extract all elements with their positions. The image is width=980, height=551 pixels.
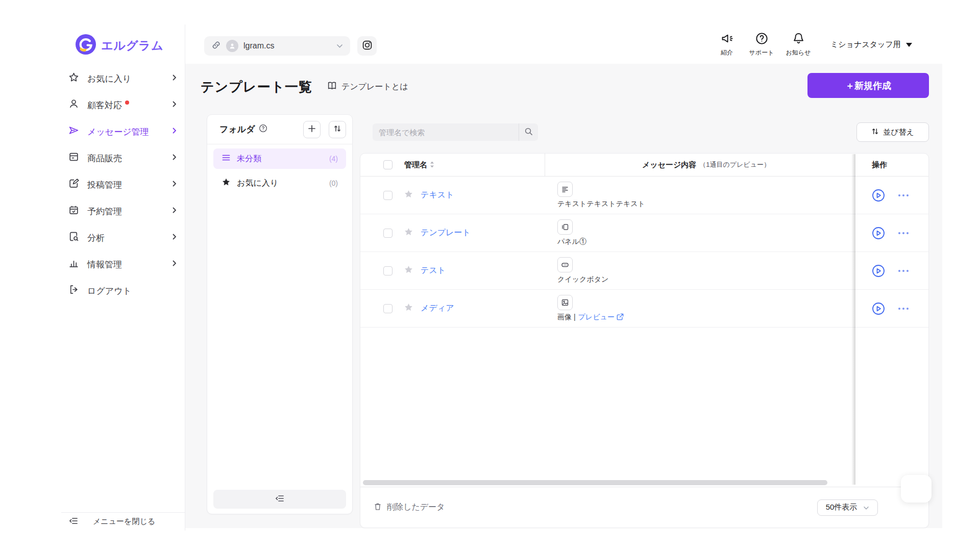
folder-sort-button[interactable] <box>329 121 346 138</box>
sidebar-item-label: 顧客対応 <box>87 99 122 111</box>
row-more-menu-button[interactable] <box>898 194 909 196</box>
quick-button-message-icon <box>557 257 573 272</box>
favorite-star-icon[interactable] <box>404 265 413 277</box>
star-filled-icon <box>222 178 231 189</box>
folder-item-uncategorized[interactable]: 未分類 (4) <box>213 148 346 169</box>
account-type-dropdown[interactable]: ミショナスタッフ用 <box>830 40 912 49</box>
message-preview: 画像 | <box>557 313 576 322</box>
table-footer: 削除したデータ 50件表示 <box>360 487 928 528</box>
sidebar-item-reservation-management[interactable]: 予約管理 <box>61 198 185 224</box>
logout-icon <box>68 284 79 297</box>
sidebar-item-label: お気に入り <box>87 73 131 85</box>
deleted-data-link[interactable]: 削除したデータ <box>373 502 445 513</box>
message-preview: パネル① <box>557 237 586 246</box>
row-more-menu-button[interactable] <box>898 308 909 310</box>
book-icon <box>327 81 337 93</box>
row-checkbox[interactable] <box>383 229 393 238</box>
template-help-link[interactable]: テンプレートとは <box>327 81 408 93</box>
row-checkbox[interactable] <box>383 191 393 200</box>
row-more-menu-button[interactable] <box>898 270 909 272</box>
support-label: サポート <box>745 48 778 57</box>
template-name-link[interactable]: テスト <box>421 265 446 276</box>
search-input[interactable] <box>373 123 519 141</box>
folder-item-label: お気に入り <box>237 178 278 189</box>
column-message-note: （1通目のプレビュー） <box>699 160 770 169</box>
favorite-star-icon[interactable] <box>404 303 413 314</box>
play-preview-button[interactable] <box>872 227 885 240</box>
select-all-checkbox[interactable] <box>383 160 393 169</box>
template-name-link[interactable]: テンプレート <box>421 228 471 238</box>
sidebar-item-label: ログアウト <box>87 285 132 297</box>
favorite-star-icon[interactable] <box>404 189 413 201</box>
preview-link[interactable]: プレビュー <box>578 313 624 322</box>
column-name-sort[interactable]: 管理名 <box>404 160 434 170</box>
sidebar-item-product-sales[interactable]: 商品販売 <box>61 145 185 171</box>
column-name-label: 管理名 <box>404 160 427 170</box>
sidebar-item-message-management[interactable]: メッセージ管理 <box>61 118 185 145</box>
folder-item-favorites[interactable]: お気に入り (0) <box>213 173 346 193</box>
page-head: テンプレート一覧 テンプレートとは <box>201 78 408 96</box>
plus-icon <box>308 124 316 134</box>
play-preview-button[interactable] <box>872 189 885 202</box>
table-header-row: 管理名 メッセージ内容 （1通目のプレビュー） 操作 <box>360 154 928 177</box>
sidebar-item-label: 商品販売 <box>87 153 122 164</box>
message-preview: テキストテキストテキスト <box>557 199 645 209</box>
sidebar-item-customer-support[interactable]: 顧客対応 <box>61 92 185 118</box>
sidebar-item-post-management[interactable]: 投稿管理 <box>61 171 185 198</box>
sidebar: エルグラム お気に入り 顧客対応 メッセージ管理 商品販売 投稿管理 <box>61 24 185 531</box>
sidebar-item-label: 予約管理 <box>87 206 122 217</box>
trash-icon <box>373 502 382 513</box>
help-circle-icon[interactable] <box>259 124 267 135</box>
sidebar-item-analytics[interactable]: 分析 <box>61 224 185 251</box>
up-down-arrows-icon <box>871 128 879 137</box>
star-icon <box>68 72 79 85</box>
favorite-star-icon[interactable] <box>404 227 413 239</box>
row-more-menu-button[interactable] <box>898 232 909 234</box>
instagram-button[interactable] <box>357 36 377 56</box>
sidebar-item-label: メッセージ管理 <box>87 126 149 138</box>
sidebar-item-logout[interactable]: ログアウト <box>61 278 185 304</box>
chevron-right-icon <box>172 73 177 84</box>
intro-label: 紹介 <box>710 48 743 57</box>
table-sort-button[interactable]: 並び替え <box>856 122 929 142</box>
template-name-link[interactable]: メディア <box>421 303 454 314</box>
sidebar-item-favorites[interactable]: お気に入り <box>61 65 185 92</box>
template-name-link[interactable]: テキスト <box>421 190 454 201</box>
search-box <box>373 123 538 141</box>
folder-item-count: (4) <box>329 155 338 163</box>
play-preview-button[interactable] <box>872 264 885 278</box>
close-menu-button[interactable]: メニューを閉じる <box>61 512 185 531</box>
edit-icon <box>68 178 79 191</box>
table-row: テキスト テキストテキストテキスト <box>360 177 928 214</box>
support-link[interactable]: サポート <box>745 32 778 57</box>
chevron-right-icon <box>172 100 177 110</box>
floating-widget[interactable] <box>901 475 932 503</box>
template-table: 管理名 メッセージ内容 （1通目のプレビュー） 操作 テキスト テキストテキスト… <box>360 153 929 528</box>
page-size-dropdown[interactable]: 50件表示 <box>817 499 878 516</box>
folder-title: フォルダ <box>219 123 255 135</box>
row-checkbox[interactable] <box>383 266 393 276</box>
sidebar-item-info-management[interactable]: 情報管理 <box>61 251 185 278</box>
collapse-folder-panel-button[interactable] <box>213 490 346 509</box>
panel-message-icon <box>557 219 573 235</box>
deleted-data-label: 削除したデータ <box>387 502 445 513</box>
notifications-link[interactable]: お知らせ <box>782 32 815 57</box>
search-button[interactable] <box>519 123 538 141</box>
app-logo[interactable]: エルグラム <box>76 30 185 61</box>
bell-icon <box>792 32 805 47</box>
create-new-button[interactable]: ＋新規作成 <box>807 73 929 98</box>
avatar <box>226 40 238 52</box>
collapse-panel-icon <box>275 493 285 505</box>
row-checkbox[interactable] <box>383 304 393 313</box>
table-row: メディア 画像 | プレビュー <box>360 290 928 328</box>
account-selector[interactable]: lgram.cs <box>204 36 350 56</box>
intro-link[interactable]: 紹介 <box>710 32 743 57</box>
horizontal-scrollbar[interactable] <box>363 480 827 485</box>
play-preview-button[interactable] <box>872 302 885 315</box>
doc-search-icon <box>68 231 79 244</box>
close-menu-label: メニューを閉じる <box>93 517 155 527</box>
account-name: lgram.cs <box>243 41 331 51</box>
chevron-right-icon <box>172 233 177 243</box>
add-folder-button[interactable] <box>303 121 321 138</box>
external-link-icon <box>617 313 624 322</box>
